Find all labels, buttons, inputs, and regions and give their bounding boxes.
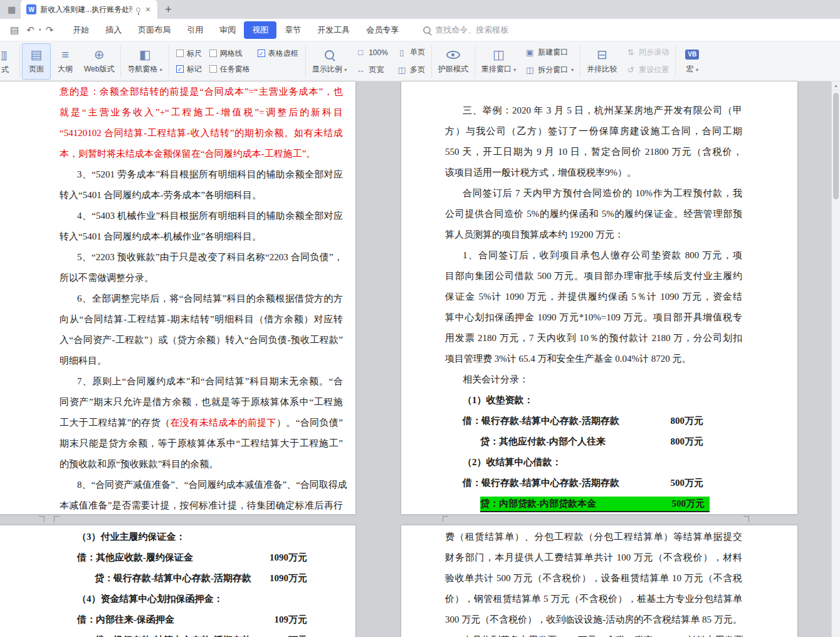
journal-entry-line: 贷：内部贷款-内部贷款本金500万元 xyxy=(480,493,710,514)
page-right-top[interactable]: 三、举例：2020 年 3 月 5 日，杭州某某房地产开发有限公司（甲方）与我公… xyxy=(401,82,797,514)
scroll-up-arrow-icon[interactable]: ▴ xyxy=(832,82,840,90)
reset-position-button[interactable]: ↺ 重设位置 xyxy=(621,62,673,78)
command-search-input[interactable] xyxy=(435,25,535,34)
split-window-button[interactable]: ◫ 拆分窗口 ▾ xyxy=(520,62,578,78)
ribbon-separator xyxy=(580,45,580,78)
document-text-line: 公司提供合同造价 5%的履约保函和 5%的履约保证金。经营管理部预 xyxy=(445,204,742,224)
nav-pane-button[interactable]: ◧ 导航窗格 ▾ xyxy=(123,43,166,80)
print-preview-icon[interactable]: ▤ xyxy=(6,24,23,36)
multi-page-button[interactable]: ◫ 多页 xyxy=(392,62,429,78)
vb-macro-button[interactable]: VB 宏 ▾ xyxy=(678,43,706,80)
scrollbar-thumb[interactable] xyxy=(833,93,839,199)
single-page-label: 单页 xyxy=(410,47,425,58)
view-outline-button[interactable]: ≡ 大纲 xyxy=(51,43,80,80)
journal-entry-line: 借：内部往来-保函押金109万元 xyxy=(77,609,343,630)
page-left-top[interactable]: 意的是：余额全部结转的前提是“合同成本”=“主营业务成本”，也就是“主营业务收入… xyxy=(0,82,355,514)
sync-scroll-button[interactable]: ⇅ 同步滚动 xyxy=(621,45,673,60)
document-text-line: 验收单共计 500 万元（不含税价），设备租赁结算单 10 万元（不含税 xyxy=(445,568,742,589)
vertical-scrollbar[interactable]: ▴ xyxy=(831,82,840,637)
pin-icon[interactable] xyxy=(136,8,140,12)
split-window-icon: ◫ xyxy=(525,65,535,75)
menu-tabs: 开始 插入 页面布局 引用 审阅 视图 章节 开发工具 会员专享 xyxy=(65,21,407,39)
document-text-line: 本月收到劳务专用发票 51.5 万元（含税，税率 3%），材料专用发票 xyxy=(463,630,742,637)
vb-macro-label: 宏 ▾ xyxy=(686,64,698,75)
menu-tab-review[interactable]: 审阅 xyxy=(211,21,244,39)
menu-tab-section[interactable]: 章节 xyxy=(276,21,309,39)
wps-writer-window: ▦ W 新收入准则建...执行账务处理 × + ▤ ↶ ▾ ↷ 开始 插入 页面… xyxy=(0,0,840,637)
document-tab-title: 新收入准则建...执行账务处理 xyxy=(40,4,132,15)
document-area[interactable]: 意的是：余额全部结转的前提是“合同成本”=“主营业务成本”，也就是“主营业务收入… xyxy=(0,82,840,637)
eye-protection-button[interactable]: 护眼模式 xyxy=(434,43,473,80)
ruler-checkbox[interactable]: 标尺 xyxy=(176,46,202,61)
page-view-icon: ▤ xyxy=(31,48,43,61)
view-ribbon: ▥ 式 ▤ 页面 ≡ 大纲 ⊕ Web版式 ◧ 导航窗格 ▾ 标尺 xyxy=(0,41,840,82)
chevron-down-icon: ▾ xyxy=(160,67,162,73)
menu-tab-view[interactable]: 视图 xyxy=(244,21,276,39)
page-left-bottom[interactable]: （3）付业主履约保证金：借：其他应收款-履约保证金1090万元贷：银行存款-结算… xyxy=(0,525,355,637)
sync-scroll-icon: ⇅ xyxy=(626,48,636,57)
table-gridlines-checkbox[interactable]: 表格虚框 xyxy=(258,46,298,61)
zoom-icon xyxy=(325,48,334,61)
menu-tab-member[interactable]: 会员专享 xyxy=(358,21,407,39)
new-window-button[interactable]: ▣ 新建窗口 xyxy=(520,45,578,60)
page-count-group: ▯ 单页 ◫ 多页 xyxy=(392,45,429,78)
single-page-button[interactable]: ▯ 单页 xyxy=(392,45,429,60)
view-page-button[interactable]: ▤ 页面 xyxy=(22,43,51,80)
page-width-icon: ↔ xyxy=(355,65,365,75)
multi-page-label: 多页 xyxy=(410,65,425,75)
marks-checkbox[interactable]: 标记 xyxy=(176,61,202,77)
page-width-label: 页宽 xyxy=(369,65,384,75)
ribbon-separator xyxy=(120,45,121,78)
document-text-line: 工大于工程结算”的存货（在没有未结成本的前提下）。“合同负债” xyxy=(60,413,343,433)
read-layout-button-partial[interactable]: ▥ 式 xyxy=(1,43,18,80)
command-search[interactable] xyxy=(423,25,535,34)
new-tab-button[interactable]: + xyxy=(165,3,172,16)
journal-entry-line: 贷：银行存款-结算中心存款-活期存款1090万元 xyxy=(95,568,343,589)
web-layout-label: Web版式 xyxy=(84,64,114,75)
ribbon-separator xyxy=(431,45,432,78)
gridlines-checkbox[interactable]: 网格线 xyxy=(209,46,250,61)
document-text-line: 三、举例：2020 年 3 月 5 日，杭州某某房地产开发有限公司（甲 xyxy=(463,100,742,121)
ribbon-separator xyxy=(475,45,475,78)
document-text-line: 向从“合同结算-工程结算-期末结转”明细科目（借方余额）对应转 xyxy=(60,309,343,330)
document-text-line: 合同签订后 7 天内甲方预付合同造价的 10%作为工程预付款，我 xyxy=(463,183,742,204)
undo-icon[interactable]: ↶ xyxy=(23,24,38,36)
menu-tab-references[interactable]: 引用 xyxy=(179,21,211,39)
document-tab[interactable]: W 新收入准则建...执行账务处理 × xyxy=(21,0,157,19)
writer-doc-icon: W xyxy=(26,4,36,14)
task-pane-label: 任务窗格 xyxy=(220,64,250,75)
page-right-bottom[interactable]: 费（租赁结算单）、分包工程款（分包工程结算单）等结算单据提交财务部门，本月提供人… xyxy=(401,525,797,637)
page-margin-mark xyxy=(39,516,45,522)
redo-icon[interactable]: ↷ xyxy=(42,24,58,36)
zoom-presets-group: □ 100% ↔ 页宽 xyxy=(351,45,392,78)
entry-amount: 109万元 xyxy=(275,609,308,630)
zoom-button[interactable]: 显示比例 ▾ xyxy=(308,43,351,80)
zoom-100-button[interactable]: □ 100% xyxy=(351,45,392,60)
entry-amount: 109万元 xyxy=(275,630,308,637)
side-by-side-button[interactable]: ⊟ 并排比较 xyxy=(582,43,621,80)
document-text-line: 明细科目。 xyxy=(60,350,343,371)
document-text-line: （2）收结算中心借款： xyxy=(463,452,742,473)
document-text-line: 财务部门，本月提供人工费结算单共计 100 万元（不含税价），材料 xyxy=(445,547,742,568)
view-web-layout-button[interactable]: ⊕ Web版式 xyxy=(80,43,118,80)
page-width-button[interactable]: ↔ 页宽 xyxy=(351,62,392,78)
task-pane-checkbox[interactable]: 任务窗格 xyxy=(209,61,250,77)
menu-tab-page-layout[interactable]: 页面布局 xyxy=(130,21,179,39)
menu-tab-home[interactable]: 开始 xyxy=(65,21,97,39)
window-group: ▣ 新建窗口 ◫ 拆分窗口 ▾ xyxy=(520,45,578,78)
home-icon[interactable]: ▦ xyxy=(8,4,16,14)
checkbox-icon xyxy=(209,50,217,57)
rearrange-windows-button[interactable]: ◫ 重排窗口 ▾ xyxy=(477,43,520,80)
menu-tab-insert[interactable]: 插入 xyxy=(97,21,130,39)
split-window-label: 拆分窗口 xyxy=(538,65,568,75)
menu-tab-dev-tools[interactable]: 开发工具 xyxy=(309,21,358,39)
new-window-label: 新建窗口 xyxy=(538,47,568,58)
ruler-label: 标尺 xyxy=(187,48,202,59)
document-text-line: 4、“5403 机械作业”科目根据所有明细科目的辅助余额全部对应 xyxy=(77,206,343,226)
entry-amount: 800万元 xyxy=(671,431,704,452)
tab-close-icon[interactable]: × xyxy=(144,4,152,14)
single-page-icon: ▯ xyxy=(397,48,407,57)
read-layout-icon: ▥ xyxy=(1,48,8,62)
document-text-line: 本，则暂时将未结成本金额保留在“合同履约成本-工程施工”。 xyxy=(60,144,343,164)
document-text-line: 费（租赁结算单）、分包工程款（分包工程结算单）等结算单据提交 xyxy=(445,527,742,547)
